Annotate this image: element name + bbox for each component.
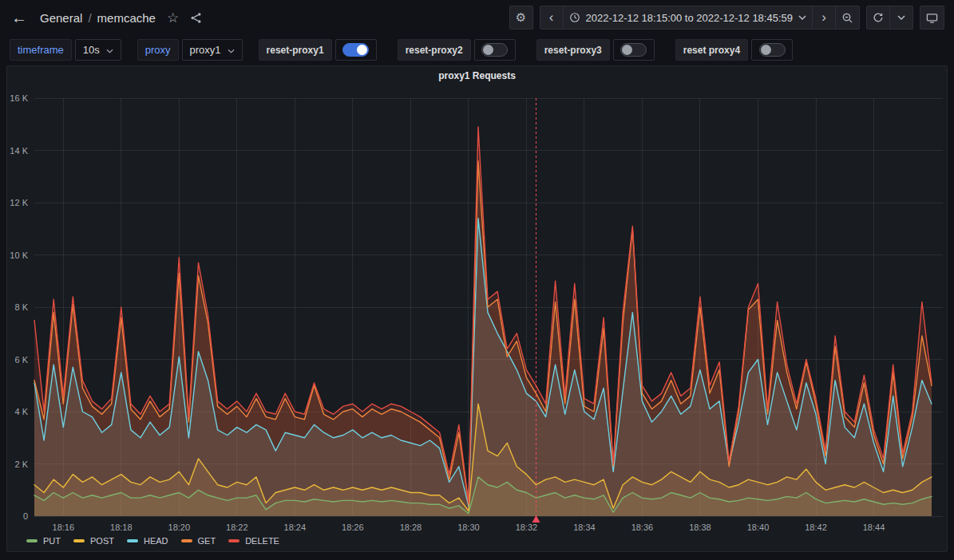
- time-range-forward-button[interactable]: ›: [812, 6, 836, 30]
- refresh-icon: [873, 12, 884, 23]
- legend-label-put: PUT: [43, 536, 61, 546]
- chart-svg[interactable]: 02 K4 K6 K8 K10 K12 K14 K16 K18:1618:181…: [7, 66, 947, 551]
- back-arrow-icon: ←: [11, 9, 27, 26]
- chevron-right-icon: ›: [819, 10, 829, 26]
- legend-item-delete[interactable]: DELETE: [228, 536, 279, 546]
- legend-label-delete: DELETE: [245, 536, 279, 546]
- variable-reset-proxy4: reset proxy4: [675, 39, 793, 61]
- svg-text:18:36: 18:36: [631, 523, 654, 532]
- variable-timeframe-value: 10s: [83, 44, 100, 56]
- variable-reset-proxy2: reset-proxy2: [398, 39, 516, 61]
- breadcrumb-separator: /: [88, 11, 91, 25]
- legend-item-put[interactable]: PUT: [26, 536, 61, 546]
- back-button[interactable]: ←: [10, 10, 29, 26]
- toggle-reset-proxy2[interactable]: [474, 39, 516, 61]
- dashboard-settings-button[interactable]: ⚙: [509, 6, 533, 30]
- toggle-reset-proxy4-label: reset proxy4: [675, 39, 748, 61]
- time-range-text: 2022-12-12 18:15:00 to 2022-12-12 18:45:…: [586, 12, 794, 24]
- refresh-interval-button[interactable]: [889, 6, 913, 30]
- breadcrumb: General / memcache: [40, 11, 156, 25]
- toggle-reset-proxy1-label: reset-proxy1: [259, 39, 332, 61]
- gear-icon: ⚙: [516, 10, 526, 25]
- legend-label-head: HEAD: [144, 536, 168, 546]
- svg-text:10 K: 10 K: [10, 250, 28, 260]
- svg-text:14 K: 14 K: [10, 146, 28, 156]
- chevron-down-icon: [798, 15, 806, 20]
- legend-swatch-get: [181, 539, 192, 542]
- svg-text:18:42: 18:42: [805, 523, 827, 532]
- chevron-down-icon: [228, 44, 235, 56]
- svg-text:18:26: 18:26: [342, 523, 364, 532]
- legend-item-get[interactable]: GET: [181, 536, 216, 546]
- refresh-button[interactable]: [866, 6, 890, 30]
- breadcrumb-page: memcache: [97, 11, 156, 25]
- toggle-reset-proxy3-label: reset-proxy3: [536, 39, 610, 61]
- chart-area: 02 K4 K6 K8 K10 K12 K14 K16 K18:1618:181…: [7, 66, 947, 551]
- legend-swatch-delete: [228, 539, 239, 542]
- svg-text:2 K: 2 K: [14, 459, 28, 469]
- share-icon[interactable]: [190, 12, 202, 24]
- variable-proxy-select[interactable]: proxy1: [182, 39, 243, 61]
- svg-text:0: 0: [23, 511, 28, 521]
- time-range-button[interactable]: 2022-12-12 18:15:00 to 2022-12-12 18:45:…: [563, 6, 813, 30]
- chevron-left-icon: ‹: [547, 10, 556, 26]
- svg-text:18:18: 18:18: [110, 523, 133, 532]
- variable-reset-proxy1: reset-proxy1: [259, 39, 377, 61]
- svg-text:18:22: 18:22: [226, 523, 248, 532]
- svg-text:18:16: 18:16: [53, 523, 75, 532]
- svg-text:18:24: 18:24: [284, 523, 307, 532]
- toggle-reset-proxy1[interactable]: [335, 39, 377, 61]
- svg-text:18:38: 18:38: [689, 523, 711, 532]
- legend-item-head[interactable]: HEAD: [127, 536, 168, 546]
- zoom-out-icon: [841, 12, 853, 24]
- variable-proxy: proxy proxy1: [137, 39, 243, 61]
- legend-swatch-put: [26, 539, 38, 542]
- svg-text:18:30: 18:30: [457, 523, 480, 532]
- variable-timeframe: timeframe 10s: [10, 39, 121, 61]
- time-range-back-button[interactable]: ‹: [540, 6, 564, 30]
- top-nav: ← General / memcache ☆ ⚙ ‹ 2022-12-12 18…: [0, 0, 954, 35]
- svg-text:16 K: 16 K: [10, 93, 28, 103]
- svg-text:18:44: 18:44: [863, 523, 885, 532]
- chart-legend: PUTPOSTHEADGETDELETE: [26, 536, 279, 546]
- chevron-down-icon: [106, 44, 113, 56]
- svg-text:18:32: 18:32: [516, 523, 538, 532]
- svg-text:4 K: 4 K: [14, 407, 28, 416]
- legend-swatch-post: [73, 539, 85, 542]
- chevron-down-icon: [897, 15, 905, 20]
- svg-text:18:20: 18:20: [168, 523, 191, 532]
- zoom-out-button[interactable]: [835, 6, 860, 30]
- kiosk-mode-button[interactable]: [920, 6, 944, 30]
- legend-swatch-head: [127, 539, 138, 542]
- svg-text:12 K: 12 K: [10, 198, 28, 207]
- variable-proxy-value: proxy1: [190, 44, 221, 56]
- variable-timeframe-label: timeframe: [10, 39, 72, 61]
- breadcrumb-section[interactable]: General: [40, 11, 82, 25]
- clock-icon: [569, 12, 580, 23]
- svg-text:18:28: 18:28: [400, 523, 422, 532]
- panel-proxy1-requests: proxy1 Requests 02 K4 K6 K8 K10 K12 K14 …: [6, 65, 948, 552]
- star-icon[interactable]: ☆: [167, 11, 179, 25]
- legend-item-post[interactable]: POST: [73, 536, 114, 546]
- svg-text:8 K: 8 K: [14, 302, 28, 312]
- toggle-reset-proxy4[interactable]: [751, 39, 793, 61]
- variables-toolbar: timeframe 10s proxy proxy1 reset-proxy1 …: [0, 35, 954, 65]
- variable-timeframe-select[interactable]: 10s: [75, 39, 121, 61]
- variable-reset-proxy3: reset-proxy3: [536, 39, 655, 61]
- monitor-icon: [926, 12, 938, 24]
- variable-proxy-label: proxy: [137, 39, 179, 61]
- toggle-reset-proxy3[interactable]: [613, 39, 655, 61]
- svg-text:6 K: 6 K: [14, 355, 28, 365]
- legend-label-get: GET: [198, 536, 216, 546]
- toggle-reset-proxy2-label: reset-proxy2: [398, 39, 471, 61]
- svg-text:18:34: 18:34: [573, 523, 596, 532]
- legend-label-post: POST: [90, 536, 114, 546]
- svg-text:18:40: 18:40: [747, 523, 770, 532]
